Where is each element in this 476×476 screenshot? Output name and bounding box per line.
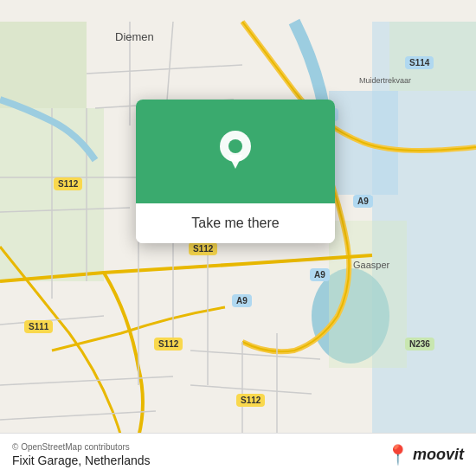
svg-line-19 bbox=[190, 351, 320, 359]
route-badge-s112-2: S112 bbox=[189, 242, 217, 255]
popup-card: Take me there bbox=[136, 100, 335, 243]
moovit-brand-text: moovit bbox=[413, 446, 464, 464]
route-badge-a9-1: A9 bbox=[353, 195, 373, 208]
svg-rect-4 bbox=[0, 22, 87, 108]
bottom-info: © OpenStreetMap contributors Fixit Garag… bbox=[12, 442, 151, 467]
route-badge-a9-3: A9 bbox=[232, 294, 252, 307]
svg-line-15 bbox=[0, 376, 173, 385]
svg-line-16 bbox=[0, 411, 156, 420]
route-badge-s111: S111 bbox=[24, 320, 53, 333]
map-container: S112 S112 S112 S112 S111 A1 A9 A9 A9 N23… bbox=[0, 0, 476, 476]
svg-rect-5 bbox=[329, 221, 407, 368]
route-badge-s112-3: S112 bbox=[154, 338, 183, 351]
popup-header bbox=[136, 100, 335, 203]
svg-point-26 bbox=[228, 139, 242, 153]
moovit-pin-icon: 📍 bbox=[386, 444, 409, 466]
route-badge-s112-1: S112 bbox=[54, 177, 82, 190]
take-me-there-button[interactable]: Take me there bbox=[136, 203, 335, 243]
svg-line-23 bbox=[87, 65, 242, 74]
route-badge-s114: S114 bbox=[405, 56, 434, 69]
location-pin-icon bbox=[211, 127, 260, 176]
route-badge-s112-4: S112 bbox=[236, 394, 265, 407]
moovit-logo: 📍 moovit bbox=[386, 444, 464, 466]
route-badge-a9-2: A9 bbox=[310, 268, 330, 281]
route-badge-n236: N236 bbox=[405, 338, 434, 351]
svg-marker-27 bbox=[228, 155, 242, 169]
bottom-bar: © OpenStreetMap contributors Fixit Garag… bbox=[0, 433, 476, 476]
attribution-text: © OpenStreetMap contributors bbox=[12, 442, 151, 452]
location-label: Fixit Garage, Netherlands bbox=[12, 453, 151, 467]
svg-rect-6 bbox=[389, 22, 476, 91]
svg-line-20 bbox=[190, 385, 312, 394]
